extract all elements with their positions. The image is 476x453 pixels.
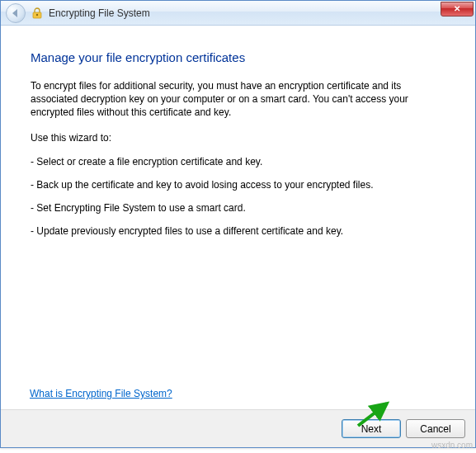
page-heading: Manage your file encryption certificates <box>31 50 445 64</box>
svg-point-1 <box>36 13 38 15</box>
bullet-2: - Back up the certificate and key to avo… <box>31 179 445 191</box>
titlebar: Encrypting File System ✕ <box>1 1 475 26</box>
content-area: Manage your file encryption certificates… <box>1 26 475 409</box>
bullet-1: - Select or create a file encryption cer… <box>31 156 445 168</box>
close-icon: ✕ <box>454 5 460 13</box>
close-button[interactable]: ✕ <box>441 2 474 17</box>
bullet-4: - Update previously encrypted files to u… <box>31 225 445 237</box>
usage-label: Use this wizard to: <box>31 131 445 144</box>
efs-icon <box>31 7 44 20</box>
wizard-window: Encrypting File System ✕ Manage your fil… <box>0 0 476 448</box>
help-link[interactable]: What is Encrypting File System? <box>30 388 172 399</box>
watermark: wsxdn.com <box>431 441 473 450</box>
window-title: Encrypting File System <box>49 7 150 19</box>
intro-text: To encrypt files for additional security… <box>31 79 445 120</box>
footer: Next Cancel <box>1 409 475 447</box>
help-link-area: What is Encrypting File System? <box>30 385 172 400</box>
next-button[interactable]: Next <box>342 419 401 438</box>
back-arrow-icon <box>12 9 17 17</box>
bullet-3: - Set Encrypting File System to use a sm… <box>31 202 445 214</box>
cancel-button[interactable]: Cancel <box>406 419 465 438</box>
back-button[interactable] <box>6 3 26 23</box>
